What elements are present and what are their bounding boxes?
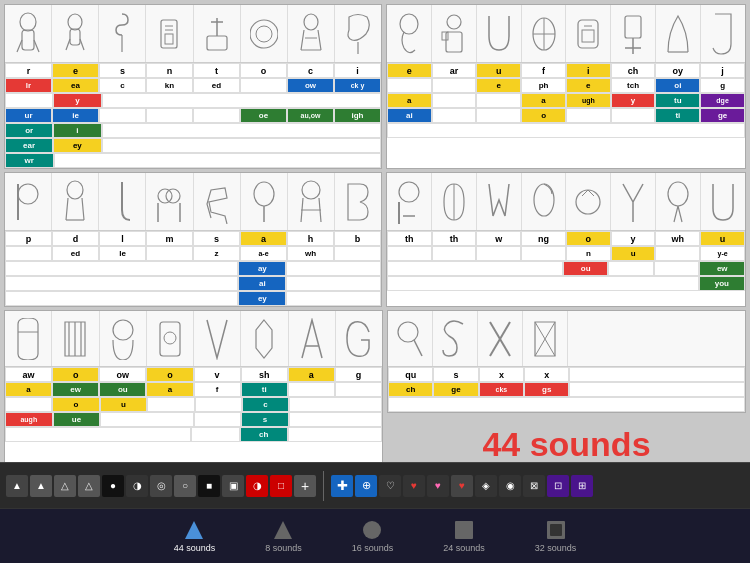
s2-ed[interactable]: ed xyxy=(52,246,99,261)
sound-e[interactable]: e xyxy=(52,63,99,78)
icon-triangle-fill2[interactable]: ▲ xyxy=(30,475,52,497)
rs3-gs[interactable]: gs xyxy=(524,382,569,397)
s2-a[interactable]: a xyxy=(240,231,287,246)
s3-f[interactable]: f xyxy=(194,382,241,397)
sound-igh[interactable]: igh xyxy=(334,108,381,123)
icon-circle-fill[interactable]: ● xyxy=(102,475,124,497)
rs2-n[interactable]: n xyxy=(566,246,611,261)
s2-b[interactable]: b xyxy=(334,231,381,246)
s3-sh[interactable]: sh xyxy=(241,367,288,382)
sound-ck-y[interactable]: ck y xyxy=(334,78,381,93)
rsound-ai[interactable]: ai xyxy=(387,108,432,123)
s3-ow[interactable]: ow xyxy=(99,367,146,382)
rsound-dge[interactable]: dge xyxy=(700,93,745,108)
s3-aw[interactable]: aw xyxy=(5,367,52,382)
sound-r[interactable]: r xyxy=(5,63,52,78)
icon-triangle-outline[interactable]: △ xyxy=(54,475,76,497)
s3-a3[interactable]: a xyxy=(146,382,193,397)
icon-fish2[interactable]: ⊞ xyxy=(571,475,593,497)
rsound-i[interactable]: i xyxy=(566,63,611,78)
s2-m[interactable]: m xyxy=(146,231,193,246)
nav-item-24[interactable]: 24 sounds xyxy=(443,519,485,553)
icon-square-fill[interactable]: ■ xyxy=(198,475,220,497)
s2-l[interactable]: l xyxy=(99,231,146,246)
rsound-ar[interactable]: ar xyxy=(432,63,477,78)
nav-item-44[interactable]: 44 sounds xyxy=(174,519,216,553)
s3-augh[interactable]: augh xyxy=(5,412,53,427)
rs2-you[interactable]: you xyxy=(699,276,745,291)
s2-s[interactable]: s xyxy=(193,231,240,246)
sound-y[interactable]: y xyxy=(53,93,101,108)
sound-c2[interactable]: c xyxy=(99,78,146,93)
icon-diamond[interactable]: ◈ xyxy=(475,475,497,497)
rs2-w[interactable]: w xyxy=(476,231,521,246)
rs3-x[interactable]: x xyxy=(479,367,524,382)
nav-item-16[interactable]: 16 sounds xyxy=(352,519,394,553)
sound-n[interactable]: n xyxy=(146,63,193,78)
s3-ew[interactable]: ew xyxy=(52,382,99,397)
s3-ou[interactable]: ou xyxy=(99,382,146,397)
rs2-o[interactable]: o xyxy=(566,231,611,246)
sound-wr[interactable]: wr xyxy=(5,153,54,168)
rs2-ye[interactable]: y-e xyxy=(700,246,745,261)
icon-circle-half[interactable]: ◑ xyxy=(126,475,148,497)
rsound-u[interactable]: u xyxy=(476,63,521,78)
rsound-ch[interactable]: ch xyxy=(611,63,656,78)
rsound-oi[interactable]: oi xyxy=(655,78,700,93)
rsound-a[interactable]: a xyxy=(387,93,432,108)
rsound-ge[interactable]: ge xyxy=(700,108,745,123)
rsound-tch[interactable]: tch xyxy=(611,78,656,93)
icon-plus[interactable]: + xyxy=(294,475,316,497)
s3-g[interactable]: g xyxy=(335,367,382,382)
sound-ey[interactable]: ey xyxy=(53,138,101,153)
rs3-x2[interactable]: x xyxy=(524,367,569,382)
rs3-cks[interactable]: cks xyxy=(479,382,524,397)
sound-oe[interactable]: oe xyxy=(240,108,287,123)
nav-item-32[interactable]: 32 sounds xyxy=(535,519,577,553)
sound-t[interactable]: t xyxy=(193,63,240,78)
s3-a2[interactable]: a xyxy=(5,382,52,397)
sound-au[interactable]: au,ow xyxy=(287,108,334,123)
s3-v[interactable]: v xyxy=(194,367,241,382)
rs2-th2[interactable]: th xyxy=(432,231,477,246)
s3-ti[interactable]: ti xyxy=(241,382,288,397)
icon-heart-fill[interactable]: ♥ xyxy=(403,475,425,497)
s2-ae[interactable]: a-e xyxy=(240,246,287,261)
rsound-e3[interactable]: e xyxy=(566,78,611,93)
sound-ur[interactable]: ur xyxy=(5,108,52,123)
sound-ie[interactable]: ie xyxy=(52,108,99,123)
rsound-j[interactable]: j xyxy=(700,63,745,78)
rs2-y[interactable]: y xyxy=(611,231,656,246)
icon-heart-red[interactable]: ♥ xyxy=(451,475,473,497)
rsound-a2[interactable]: a xyxy=(521,93,566,108)
rs2-ng[interactable]: ng xyxy=(521,231,566,246)
s2-ai[interactable]: ai xyxy=(238,276,286,291)
s3-a[interactable]: a xyxy=(288,367,335,382)
rsound-ph[interactable]: ph xyxy=(521,78,566,93)
sound-ow[interactable]: ow xyxy=(287,78,334,93)
sound-c[interactable]: c xyxy=(287,63,334,78)
s2-wh[interactable]: wh xyxy=(287,246,334,261)
icon-x-square-fill[interactable]: ⊠ xyxy=(523,475,545,497)
s3-o[interactable]: o xyxy=(52,367,99,382)
rs2-u[interactable]: u xyxy=(700,231,745,246)
rsound-y2[interactable]: y xyxy=(611,93,656,108)
s3-u[interactable]: u xyxy=(100,397,147,412)
rs3-s[interactable]: s xyxy=(433,367,478,382)
rsound-g[interactable]: g xyxy=(700,78,745,93)
rsound-ti[interactable]: ti xyxy=(655,108,700,123)
icon-heart-pink[interactable]: ♥ xyxy=(427,475,449,497)
s2-p[interactable]: p xyxy=(5,231,52,246)
nav-item-8[interactable]: 8 sounds xyxy=(265,519,302,553)
rsound-oy[interactable]: oy xyxy=(655,63,700,78)
icon-fish[interactable]: ⊡ xyxy=(547,475,569,497)
icon-triangle-fill[interactable]: ▲ xyxy=(6,475,28,497)
s3-o2[interactable]: o xyxy=(146,367,193,382)
rsound-f[interactable]: f xyxy=(521,63,566,78)
rs3-qu[interactable]: qu xyxy=(388,367,433,382)
rsound-e2[interactable]: e xyxy=(476,78,521,93)
s2-d[interactable]: d xyxy=(52,231,99,246)
s2-h[interactable]: h xyxy=(287,231,334,246)
rs2-ew[interactable]: ew xyxy=(699,261,745,276)
s3-o3[interactable]: o xyxy=(52,397,99,412)
